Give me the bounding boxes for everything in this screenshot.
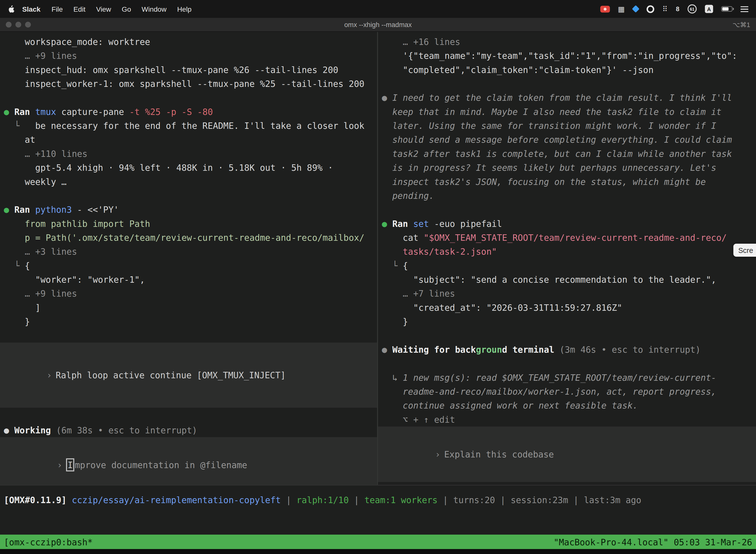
terminal-line: gpt-5.4 xhigh · 94% left · 488K in · 5.1…	[0, 161, 377, 174]
terminal-line	[0, 91, 377, 105]
terminal-line: p = Path('.omx/state/team/review-current…	[0, 231, 377, 244]
terminal-line: from pathlib import Path	[0, 217, 377, 231]
ralph-loop-text: Ralph loop active continue [OMX_TMUX_INJ…	[56, 370, 286, 380]
apple-menu-icon[interactable]	[8, 5, 14, 13]
terminal-line: weekly …	[0, 175, 377, 189]
table-icon[interactable]: ▦	[618, 5, 625, 12]
terminal-line: tasks/task-2.json"	[378, 245, 756, 259]
terminal-line: cat "$OMX_TEAM_STATE_ROOT/team/review-cu…	[378, 231, 756, 244]
terminal-line	[378, 329, 756, 342]
terminal-line: pending.	[378, 189, 756, 203]
menu-go[interactable]: Go	[122, 5, 131, 13]
chevron-icon: ›	[435, 449, 440, 459]
ralph-loop-banner: ›Ralph loop active continue [OMX_TMUX_IN…	[0, 342, 377, 407]
left-terminal-pane[interactable]: workspace_mode: worktree … +9 lines insp…	[0, 32, 378, 485]
terminal-line: continue assigned work or next feasible …	[378, 399, 756, 412]
text-cursor: I	[66, 458, 74, 472]
screen-bottom-strip	[0, 549, 756, 554]
app-circle-icon[interactable]	[646, 5, 654, 13]
menu-bar-status-icons: ▦ ⠿ 8 61 A	[600, 4, 748, 13]
terminal-line: … +9 lines	[0, 49, 377, 63]
battery-icon[interactable]	[721, 6, 733, 11]
terminal-line: "completed","claim_token":"claim-token"}…	[378, 63, 756, 77]
terminal-line: [OMX#0.11.9] cczip/essay/ai-reimplementa…	[0, 493, 756, 507]
terminal-line: "subject": "send a concise recommendatio…	[378, 273, 756, 286]
terminal-line: }	[378, 315, 756, 328]
chevron-icon: ›	[57, 460, 62, 470]
prompt-input-right[interactable]: ›Explain this codebase	[378, 427, 756, 482]
prompt-input-left[interactable]: ›Improve documentation in @filename	[0, 437, 377, 485]
terminal-line	[0, 189, 377, 203]
terminal-line: inspect_hud: omx sparkshell --tmux-pane …	[0, 63, 377, 77]
terminal-line: ● Waiting for background terminal (3m 46…	[378, 342, 756, 356]
terminal-line: … +110 lines	[0, 147, 377, 161]
menu-file[interactable]: File	[52, 5, 63, 13]
terminal-line: ↳ 1 new msg(s): read $OMX_TEAM_STATE_ROO…	[378, 371, 756, 384]
terminal-line	[378, 357, 756, 371]
tmux-status-bar: [omx-cczip0:bash* "MacBook-Pro-44.local"…	[0, 535, 756, 549]
right-terminal-pane[interactable]: … +16 lines '{"team_name":"my-team","tas…	[378, 32, 756, 485]
terminal-line: "created_at": "2026-03-31T11:59:27.816Z"	[378, 300, 756, 315]
dropbox-icon[interactable]	[632, 5, 639, 13]
terminal-line: inspect task2's JSON, focusing on the st…	[378, 175, 756, 189]
terminal-line: ⌥ + ↑ edit	[378, 412, 756, 427]
terminal-line: at	[0, 133, 377, 147]
input-source-icon[interactable]: A	[705, 5, 713, 13]
terminal-line: keep that in mind. Maybe I also need the…	[378, 105, 756, 119]
tmux-session-label: [omx-cczip0:bash*	[4, 537, 93, 547]
window-title-bar[interactable]: omx --xhigh --madmax ⌥⌘1	[0, 18, 756, 32]
terminal-line: is in progress? It seems likely but perh…	[378, 161, 756, 174]
omx-status-line: [OMX#0.11.9] cczip/essay/ai-reimplementa…	[0, 493, 756, 507]
macos-menu-bar: Slack File Edit View Go Window Help ▦ ⠿ …	[0, 0, 756, 18]
menu-window[interactable]: Window	[142, 5, 167, 13]
battery-percentage-ring[interactable]: 61	[688, 4, 697, 13]
terminal-line: should send a message before completing …	[378, 133, 756, 147]
terminal-line	[378, 203, 756, 216]
screen-recording-icon[interactable]	[600, 5, 610, 12]
terminal-line: └ be necessary for the end of the README…	[0, 119, 377, 132]
omx-status-bar: [OMX#0.11.9] cczip/essay/ai-reimplementa…	[0, 485, 756, 535]
terminal-line: ● Working (6m 38s • esc to interrupt)	[0, 423, 377, 437]
terminal-line: readme-and-reco/mailbox/worker-1.json, a…	[378, 384, 756, 398]
terminal-line: … +9 lines	[0, 287, 377, 300]
terminal-line: … +3 lines	[0, 245, 377, 259]
terminal-line: └ {	[378, 259, 756, 273]
screen: Slack File Edit View Go Window Help ▦ ⠿ …	[0, 0, 756, 554]
chevron-icon: ›	[47, 370, 52, 380]
prompt-placeholder: Explain this codebase	[444, 449, 554, 459]
prompt-placeholder: mprove documentation in @filename	[75, 460, 247, 470]
terminal-line	[378, 77, 756, 91]
menu-help[interactable]: Help	[177, 5, 191, 13]
terminal-line: └ {	[0, 259, 377, 273]
terminal-line: ]	[0, 300, 377, 315]
window-title: omx --xhigh --madmax	[0, 21, 756, 29]
terminal-line: ● Ran tmux capture-pane -t %25 -p -S -80	[0, 105, 377, 119]
left-pane-output: workspace_mode: worktree … +9 lines insp…	[0, 35, 377, 329]
screenshot-tooltip: Scre	[734, 244, 756, 257]
window-shortcut-badge: ⌥⌘1	[733, 21, 750, 29]
working-status: ● Working (6m 38s • esc to interrupt)	[0, 423, 377, 437]
terminal-line: ● Ran python3 - <<'PY'	[0, 203, 377, 216]
battery-ring-value: 61	[690, 6, 694, 11]
tmux-host-clock: "MacBook-Pro-44.local" 05:03 31-Mar-26	[554, 537, 752, 547]
terminal-line: task2 after task1 is complete, but can I…	[378, 147, 756, 161]
terminal-line: inspect_worker-1: omx sparkshell --tmux-…	[0, 77, 377, 91]
terminal-area: workspace_mode: worktree … +9 lines insp…	[0, 32, 756, 485]
apps-grid-icon[interactable]: ⠿	[662, 5, 668, 12]
terminal-line: workspace_mode: worktree	[0, 35, 377, 49]
menu-edit[interactable]: Edit	[73, 5, 85, 13]
terminal-line: later. Using the same for transition mig…	[378, 119, 756, 132]
menu-app-name[interactable]: Slack	[22, 5, 41, 13]
figure8-icon[interactable]: 8	[676, 5, 679, 12]
terminal-line: '{"team_name":"my-team","task_id":"1","f…	[378, 49, 756, 63]
menu-lines-icon[interactable]	[741, 6, 748, 12]
right-pane-output: … +16 lines '{"team_name":"my-team","tas…	[378, 35, 756, 427]
terminal-line: ● Ran set -euo pipefail	[378, 217, 756, 231]
terminal-line: "worker": "worker-1",	[0, 273, 377, 286]
terminal-line: ● I need to get the claim token from the…	[378, 91, 756, 105]
terminal-line: }	[0, 315, 377, 328]
terminal-line: … +7 lines	[378, 287, 756, 300]
terminal-line: … +16 lines	[378, 35, 756, 49]
battery-fill	[722, 7, 728, 11]
menu-view[interactable]: View	[96, 5, 111, 13]
